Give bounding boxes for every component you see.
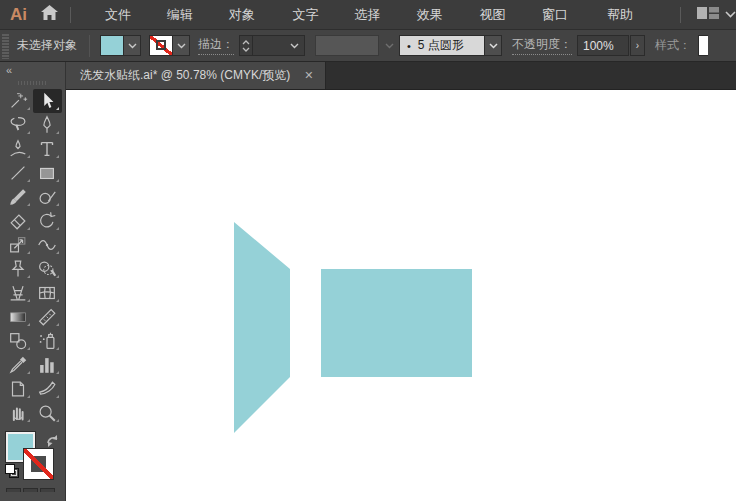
stroke-weight-label[interactable]: 描边：	[198, 36, 234, 55]
magic-wand-tool[interactable]	[4, 89, 33, 113]
opacity-more-button[interactable]: ›	[630, 35, 645, 56]
zoom-tool-icon	[36, 402, 58, 424]
stroke-weight-field[interactable]	[253, 35, 305, 56]
rectangle-tool[interactable]	[33, 161, 62, 185]
draw-normal-button	[6, 488, 21, 492]
column-graph-tool[interactable]	[33, 353, 62, 377]
rectangle-tool-icon	[36, 162, 58, 184]
line-segment-tool[interactable]	[4, 161, 33, 185]
pen-tool[interactable]	[33, 113, 62, 137]
menu-window[interactable]: 窗口(W)	[528, 0, 593, 30]
style-label: 样式：	[655, 37, 691, 54]
selection-status: 未选择对象	[17, 37, 77, 54]
slice-tool[interactable]	[33, 377, 62, 401]
collapse-panel-button[interactable]: «	[0, 62, 65, 78]
lasso-tool[interactable]	[4, 113, 33, 137]
controlbar-separator	[89, 35, 90, 57]
selection-tool[interactable]	[33, 89, 62, 113]
width-tool[interactable]	[33, 233, 62, 257]
panel-grip[interactable]	[18, 81, 48, 85]
brush-definition-value[interactable]: • 5 点圆形	[400, 36, 484, 55]
fill-chevron-icon[interactable]	[124, 36, 140, 55]
scale-tool[interactable]	[4, 233, 33, 257]
line-segment-tool-icon	[7, 162, 29, 184]
menu-separator-2	[680, 7, 681, 23]
eyedropper-tool-icon	[7, 354, 29, 376]
document-title: 洗发水贴纸.ai* @ 50.78% (CMYK/预览)	[80, 67, 290, 84]
eraser-tool[interactable]	[4, 209, 33, 233]
menu-file[interactable]: 文件(F)	[91, 0, 153, 30]
stroke-chevron-icon[interactable]	[173, 36, 189, 55]
gradient-tool-icon	[7, 306, 29, 328]
chevron-down-icon[interactable]	[725, 11, 736, 18]
tool-grid	[0, 89, 65, 425]
variable-width-chevron-icon	[381, 43, 397, 49]
brush-chevron-icon[interactable]	[484, 36, 501, 55]
document-tab[interactable]: 洗发水贴纸.ai* @ 50.78% (CMYK/预览) ✕	[66, 62, 326, 89]
type-tool[interactable]	[33, 137, 62, 161]
draw-behind-button	[23, 488, 38, 492]
eyedropper-tool[interactable]	[4, 353, 33, 377]
perspective-grid-tool[interactable]	[4, 281, 33, 305]
teal-rectangle-shape[interactable]	[321, 269, 472, 377]
shaper-tool[interactable]	[33, 185, 62, 209]
opacity-label[interactable]: 不透明度：	[512, 36, 572, 55]
mesh-tool[interactable]	[33, 281, 62, 305]
home-button[interactable]	[41, 5, 58, 24]
brush-definition-combo[interactable]: • 5 点圆形	[399, 35, 502, 56]
slice-tool-icon	[36, 378, 58, 400]
gradient-tool[interactable]	[4, 305, 33, 329]
menu-help[interactable]: 帮助(H)	[593, 0, 656, 30]
lasso-tool-icon	[7, 114, 29, 136]
curvature-tool[interactable]	[4, 137, 33, 161]
pen-tool-icon	[36, 114, 58, 136]
main-menu: 文件(F) 编辑(E) 对象(O) 文字(T) 选择(S) 效果(C) 视图(V…	[91, 0, 656, 30]
curvature-tool-icon	[7, 138, 29, 160]
menu-select[interactable]: 选择(S)	[340, 0, 402, 30]
zoom-tool[interactable]	[33, 401, 62, 425]
style-dropdown[interactable]	[698, 35, 708, 56]
shaper-tool-icon	[36, 186, 58, 208]
shape-builder-tool[interactable]	[33, 257, 62, 281]
stroke-weight-stepper[interactable]	[239, 35, 253, 56]
stroke-indicator-swatch[interactable]	[24, 449, 53, 479]
selection-tool-icon	[36, 90, 58, 112]
menu-effect[interactable]: 效果(C)	[403, 0, 466, 30]
default-fill-stroke-icon[interactable]	[5, 464, 21, 480]
tools-panel: «	[0, 62, 66, 501]
menu-object[interactable]: 对象(O)	[215, 0, 279, 30]
document-tab-bar: 洗发水贴纸.ai* @ 50.78% (CMYK/预览) ✕	[66, 62, 736, 90]
puppet-warp-tool-icon	[7, 258, 29, 280]
blend-tool[interactable]	[4, 329, 33, 353]
menu-edit[interactable]: 编辑(E)	[153, 0, 215, 30]
puppet-warp-tool[interactable]	[4, 257, 33, 281]
close-tab-icon[interactable]: ✕	[304, 69, 313, 82]
fill-stroke-indicator	[0, 431, 66, 491]
symbol-sprayer-tool[interactable]	[33, 329, 62, 353]
draw-mode-buttons[interactable]	[6, 488, 55, 492]
menu-type[interactable]: 文字(T)	[279, 0, 341, 30]
scale-tool-icon	[7, 234, 29, 256]
artboard-tool[interactable]	[4, 377, 33, 401]
fill-color-combo[interactable]	[100, 35, 141, 56]
fill-color-swatch[interactable]	[101, 36, 124, 55]
paintbrush-tool[interactable]	[4, 185, 33, 209]
measure-tool[interactable]	[33, 305, 62, 329]
workspace-layout-icon	[697, 6, 719, 24]
hand-tool[interactable]	[4, 401, 33, 425]
ai-logo: Ai	[10, 5, 27, 25]
rotate-tool[interactable]	[33, 209, 62, 233]
workspace-switcher-button[interactable]	[697, 6, 719, 24]
shape-builder-tool-icon	[36, 258, 58, 280]
stroke-none-swatch[interactable]	[150, 36, 173, 55]
artboard-canvas[interactable]	[66, 90, 736, 501]
teal-trapezoid-shape[interactable]	[234, 222, 290, 433]
opacity-value: 100%	[583, 39, 614, 53]
draw-inside-button	[40, 488, 55, 492]
mesh-tool-icon	[36, 282, 58, 304]
column-graph-tool-icon	[36, 354, 58, 376]
stroke-color-combo[interactable]	[149, 35, 190, 56]
menu-view[interactable]: 视图(V)	[466, 0, 528, 30]
opacity-field[interactable]: 100%	[577, 35, 629, 56]
controlbar-grip[interactable]	[2, 33, 9, 59]
